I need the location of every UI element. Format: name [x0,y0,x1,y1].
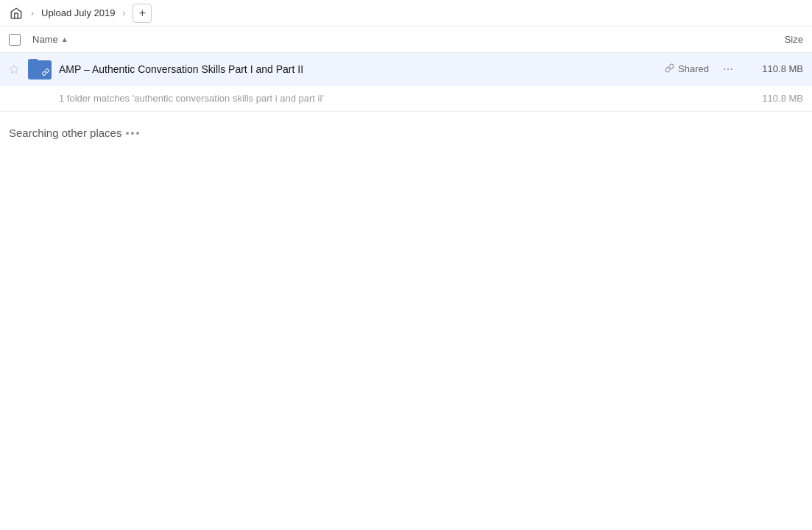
searching-row: Searching other places [0,112,812,139]
match-info-row: 1 folder matches 'authentic conversation… [0,85,812,112]
breadcrumb-title[interactable]: Upload July 2019 [38,7,118,18]
home-button[interactable] [6,3,27,24]
searching-label: Searching other places [9,127,121,139]
folder-link-icon [42,68,49,77]
sort-arrow-icon: ▲ [61,35,68,43]
more-options-button[interactable] [718,63,738,75]
match-text: 1 folder matches 'authentic conversation… [59,93,744,104]
file-name: AMP – Authentic Conversation Skills Part… [53,63,665,75]
column-headers: Name ▲ Size [0,26,812,53]
svg-point-2 [727,68,729,70]
name-column-header[interactable]: Name ▲ [32,34,730,45]
size-column-header[interactable]: Size [730,34,803,45]
match-size: 110.8 MB [744,93,803,104]
folder-icon [27,59,53,80]
breadcrumb-bar: › Upload July 2019 › + [0,0,812,26]
svg-point-1 [724,68,725,70]
dot-1 [126,132,129,135]
shared-label: Shared [678,63,709,74]
name-column-label: Name [32,34,58,45]
breadcrumb-chevron2: › [121,8,127,18]
dot-2 [131,132,134,135]
svg-marker-0 [10,65,18,73]
svg-point-3 [731,68,732,70]
file-size: 110.8 MB [744,63,803,74]
link-icon [665,63,674,75]
size-column-label: Size [785,34,803,45]
select-all-checkbox[interactable] [9,34,21,46]
select-all-checkbox-wrap[interactable] [9,34,32,46]
add-button[interactable]: + [133,4,152,23]
loading-indicator [126,132,139,135]
breadcrumb-chevron: › [29,8,35,18]
shared-badge: Shared [665,63,709,75]
file-row[interactable]: AMP – Authentic Conversation Skills Part… [0,53,812,85]
star-icon[interactable] [9,64,27,74]
dot-3 [136,132,139,135]
